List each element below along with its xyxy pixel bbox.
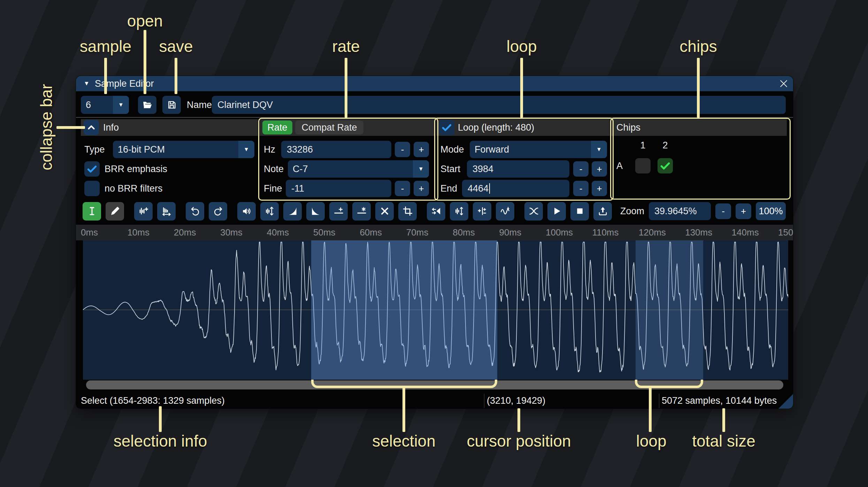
ruler-label: 50ms [313, 225, 336, 240]
chevron-down-icon[interactable]: ▼ [238, 141, 254, 158]
ruler-label: 140ms [732, 225, 759, 240]
annotation-loop-top: loop [507, 37, 537, 56]
annotation-total-size: total size [692, 432, 755, 450]
total-size-text: 5072 samples, 10144 bytes [662, 393, 777, 409]
annotation-line-selection-info [159, 406, 162, 432]
brr-emphasis-checkbox[interactable] [84, 161, 100, 177]
ruler-label: 70ms [406, 225, 429, 240]
signed-unsigned-icon [477, 206, 487, 216]
ruler-label: 100ms [546, 225, 573, 240]
zoom-value-field[interactable]: 39.9645% [649, 202, 711, 220]
annotation-line-save [175, 58, 177, 94]
titlebar[interactable]: ▼ Sample Editor [76, 76, 793, 91]
import-icon [598, 206, 608, 216]
select-tool-button[interactable] [83, 202, 101, 221]
sample-number-combo[interactable]: 6 ▼ [81, 96, 129, 114]
loop-region[interactable] [636, 240, 703, 380]
selection-region[interactable] [311, 240, 497, 380]
invert-icon [454, 206, 464, 216]
preview-button[interactable] [547, 202, 566, 221]
cursor-position-text: (3210, 19429) [487, 393, 545, 409]
name-label: Name [187, 96, 212, 114]
zoom-label: Zoom [620, 206, 644, 217]
undo-button[interactable] [186, 202, 204, 221]
preview-icon [552, 206, 562, 216]
insert-silence-button[interactable] [329, 202, 348, 221]
status-divider [659, 394, 659, 408]
fade-out-button[interactable] [306, 202, 325, 221]
close-button[interactable] [778, 78, 789, 89]
status-bar: Select (1654-2983: 1329 samples) (3210, … [76, 393, 793, 409]
open-sample-button[interactable] [138, 96, 156, 114]
sample-number-value: 6 [86, 96, 91, 114]
chevron-up-icon [86, 123, 96, 132]
annotation-line-sample [104, 58, 107, 94]
resample-icon [161, 206, 172, 216]
insert-silence-icon [333, 206, 344, 216]
annotation-save: save [159, 37, 193, 56]
no-brr-filters-checkbox[interactable] [84, 181, 100, 196]
resize-grip[interactable] [778, 394, 793, 409]
draw-tool-button[interactable] [106, 202, 124, 221]
type-combo[interactable]: 16-bit PCM ▼ [113, 141, 254, 158]
zoom-out-button[interactable]: - [715, 203, 731, 219]
waveform-view[interactable] [83, 240, 788, 380]
trim-icon [402, 206, 413, 216]
annotation-chips: chips [679, 37, 717, 56]
amplify-icon [241, 206, 252, 216]
annotation-box-rate [258, 118, 438, 201]
annotation-collapse-bar: collapse bar [37, 84, 56, 170]
invert-button[interactable] [450, 202, 468, 221]
stop-icon [575, 206, 585, 216]
annotation-line-open [144, 30, 146, 94]
import-button[interactable] [593, 202, 612, 221]
apply-silence-button[interactable] [352, 202, 371, 221]
fade-in-icon [287, 206, 298, 216]
redo-icon [213, 206, 223, 216]
zoom-reset-button[interactable]: 100% [756, 202, 786, 220]
check-icon [86, 163, 98, 175]
chevron-down-icon[interactable]: ▼ [113, 96, 129, 114]
signed-unsigned-button[interactable] [473, 202, 491, 221]
annotation-line-loop-top [520, 58, 523, 118]
undo-icon [190, 206, 200, 216]
ruler-label: 40ms [267, 225, 289, 240]
zoom-in-button[interactable]: + [736, 203, 751, 219]
resize-button[interactable] [134, 202, 153, 221]
filter-button[interactable] [496, 202, 514, 221]
ruler-label: 20ms [174, 225, 196, 240]
normalize-button[interactable] [260, 202, 279, 221]
amplify-button[interactable] [237, 202, 256, 221]
ruler-label: 80ms [453, 225, 475, 240]
save-sample-button[interactable] [162, 96, 181, 114]
fade-in-button[interactable] [283, 202, 302, 221]
ruler-label: 120ms [639, 225, 666, 240]
info-header-label: Info [103, 119, 119, 136]
resample-button[interactable] [157, 202, 176, 221]
ruler-label: 60ms [360, 225, 382, 240]
crossfade-button[interactable] [524, 202, 543, 221]
window-collapse-triangle-icon[interactable]: ▼ [84, 76, 90, 91]
no-brr-filters-label: no BRR filters [105, 180, 163, 197]
redo-button[interactable] [209, 202, 227, 221]
delete-icon [379, 206, 390, 216]
annotation-loop-bottom: loop [636, 432, 667, 450]
brr-emphasis-label: BRR emphasis [105, 160, 167, 178]
time-ruler[interactable]: 0ms10ms20ms30ms40ms50ms60ms70ms80ms90ms1… [76, 225, 793, 240]
collapse-bar-button[interactable] [84, 120, 99, 135]
name-input-value: Clarinet DQV [217, 100, 273, 110]
annotation-selection-info: selection info [114, 432, 207, 450]
delete-button[interactable] [375, 202, 394, 221]
reverse-icon [431, 206, 441, 216]
stop-button[interactable] [570, 202, 589, 221]
annotation-sample: sample [80, 37, 131, 56]
ruler-label: 110ms [592, 225, 619, 240]
draw-tool-icon [110, 206, 120, 216]
annotation-box-loop [434, 118, 614, 201]
selection-info-text: Select (1654-2983: 1329 samples) [81, 393, 225, 409]
reverse-button[interactable] [427, 202, 445, 221]
annotation-bracket-selection [311, 380, 497, 388]
trim-button[interactable] [398, 202, 417, 221]
annotation-line-chips [697, 58, 700, 118]
close-icon [778, 78, 789, 89]
